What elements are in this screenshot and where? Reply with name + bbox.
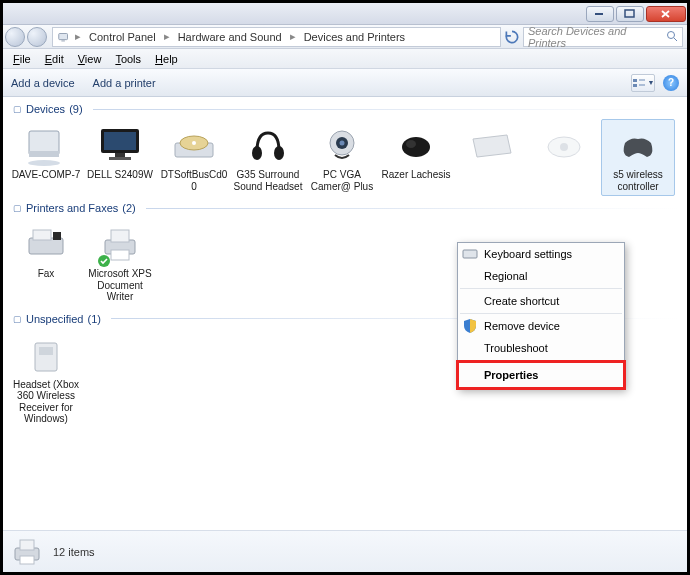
- svg-rect-0: [595, 13, 603, 15]
- status-bar: 12 items: [3, 530, 687, 572]
- add-device-button[interactable]: Add a device: [11, 77, 75, 89]
- shield-icon: [462, 318, 478, 334]
- collapse-icon: ▢: [13, 314, 22, 324]
- svg-point-28: [560, 143, 568, 151]
- device-item[interactable]: PC VGA Camer@ Plus: [305, 119, 379, 196]
- svg-rect-15: [115, 153, 125, 157]
- svg-point-21: [274, 146, 284, 160]
- fax-icon: [21, 222, 71, 268]
- context-menu-item[interactable]: Regional: [458, 265, 624, 287]
- device-item-selected[interactable]: s5 wireless controller: [601, 119, 675, 196]
- optical-drive-icon: [169, 123, 219, 169]
- group-header-printers[interactable]: ▢ Printers and Faxes (2): [3, 196, 687, 218]
- chevron-right-icon: ▸: [290, 30, 296, 43]
- view-options-button[interactable]: ▼: [631, 74, 655, 92]
- back-button[interactable]: [5, 27, 25, 47]
- device-item[interactable]: DELL S2409W: [83, 119, 157, 196]
- svg-point-24: [340, 141, 345, 146]
- address-bar[interactable]: ▸ Control Panel ▸ Hardware and Sound ▸ D…: [52, 27, 501, 47]
- menu-edit[interactable]: Edit: [39, 53, 70, 65]
- devices-list: DAVE-COMP-7 DELL S2409W DTSoftBusCd00: [3, 119, 687, 196]
- context-menu: Keyboard settings Regional Create shortc…: [457, 242, 625, 389]
- titlebar: [3, 3, 687, 25]
- svg-point-4: [668, 31, 675, 38]
- content-area: ▢ Devices (9) DAVE-COMP-7 DELL S2409W: [3, 97, 687, 530]
- maximize-button[interactable]: [616, 6, 644, 22]
- refresh-button[interactable]: [503, 28, 521, 46]
- search-icon: [666, 30, 678, 44]
- printer-icon: [11, 536, 43, 568]
- controller-icon: [613, 123, 663, 169]
- breadcrumb[interactable]: Devices and Printers: [300, 31, 410, 43]
- svg-rect-16: [109, 157, 131, 160]
- monitor-icon: [95, 123, 145, 169]
- svg-rect-6: [633, 79, 637, 82]
- keyboard-icon: [465, 123, 515, 169]
- context-menu-item[interactable]: Create shortcut: [458, 290, 624, 312]
- breadcrumb[interactable]: Control Panel: [85, 31, 160, 43]
- svg-rect-37: [39, 347, 53, 355]
- collapse-icon: ▢: [13, 104, 22, 114]
- add-printer-button[interactable]: Add a printer: [93, 77, 156, 89]
- computer-icon: [21, 123, 71, 169]
- status-text: 12 items: [53, 546, 95, 558]
- device-item[interactable]: [453, 119, 527, 196]
- breadcrumb[interactable]: Hardware and Sound: [174, 31, 286, 43]
- svg-rect-1: [625, 10, 634, 17]
- svg-rect-31: [53, 232, 61, 240]
- mouse-icon: [391, 123, 441, 169]
- receiver-icon: [539, 123, 589, 169]
- context-menu-item-properties[interactable]: Properties: [458, 362, 624, 388]
- menu-view[interactable]: View: [72, 53, 108, 65]
- minimize-button[interactable]: [586, 6, 614, 22]
- printer-item[interactable]: Microsoft XPS Document Writer: [83, 218, 157, 307]
- device-item[interactable]: [527, 119, 601, 196]
- device-item[interactable]: DAVE-COMP-7: [9, 119, 83, 196]
- default-check-icon: [97, 254, 111, 268]
- devices-icon: [57, 30, 71, 44]
- svg-rect-34: [111, 250, 129, 260]
- svg-point-12: [28, 160, 60, 166]
- chevron-down-icon: ▼: [648, 79, 655, 86]
- menu-help[interactable]: Help: [149, 53, 184, 65]
- menubar: File Edit View Tools Help: [3, 49, 687, 69]
- menu-tools[interactable]: Tools: [109, 53, 147, 65]
- forward-button[interactable]: [27, 27, 47, 47]
- webcam-icon: [317, 123, 367, 169]
- menu-file[interactable]: File: [7, 53, 37, 65]
- printer-item[interactable]: Fax: [9, 218, 83, 307]
- device-item[interactable]: Razer Lachesis: [379, 119, 453, 196]
- svg-point-19: [192, 141, 196, 145]
- group-header-devices[interactable]: ▢ Devices (9): [3, 97, 687, 119]
- search-placeholder: Search Devices and Printers: [528, 25, 666, 49]
- search-input[interactable]: Search Devices and Printers: [523, 27, 683, 47]
- chevron-right-icon: ▸: [164, 30, 170, 43]
- menu-separator: [460, 360, 622, 361]
- device-item[interactable]: G35 Surround Sound Headset: [231, 119, 305, 196]
- svg-point-20: [252, 146, 262, 160]
- toolbar: Add a device Add a printer ▼ ?: [3, 69, 687, 97]
- device-item[interactable]: Headset (Xbox 360 Wireless Receiver for …: [9, 329, 83, 429]
- svg-rect-38: [463, 250, 477, 258]
- collapse-icon: ▢: [13, 203, 22, 213]
- help-button[interactable]: ?: [663, 75, 679, 91]
- context-menu-item[interactable]: Troubleshoot: [458, 337, 624, 359]
- svg-rect-14: [104, 132, 136, 150]
- svg-point-25: [402, 137, 430, 157]
- keyboard-small-icon: [462, 246, 478, 262]
- svg-rect-2: [59, 33, 68, 39]
- context-menu-item[interactable]: Keyboard settings: [458, 243, 624, 265]
- svg-line-5: [674, 38, 677, 41]
- unknown-device-icon: [21, 333, 71, 379]
- device-item[interactable]: DTSoftBusCd00: [157, 119, 231, 196]
- svg-rect-40: [20, 540, 34, 550]
- svg-rect-30: [33, 230, 51, 240]
- svg-rect-33: [111, 230, 129, 242]
- svg-rect-11: [29, 151, 59, 157]
- svg-rect-41: [20, 556, 34, 564]
- explorer-window: ▸ Control Panel ▸ Hardware and Sound ▸ D…: [0, 0, 690, 575]
- close-button[interactable]: [646, 6, 686, 22]
- chevron-right-icon: ▸: [75, 30, 81, 43]
- menu-separator: [460, 288, 622, 289]
- context-menu-item[interactable]: Remove device: [458, 315, 624, 337]
